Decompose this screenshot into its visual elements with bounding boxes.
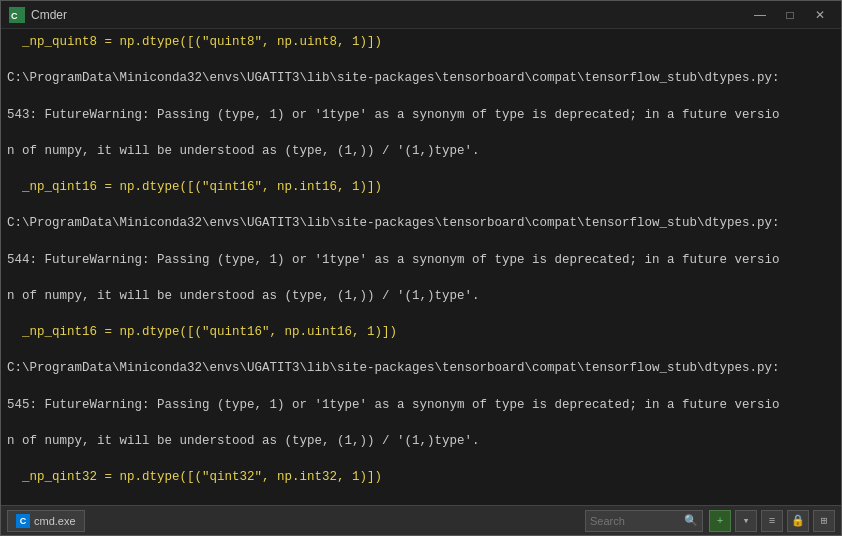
lock-icon: 🔒 xyxy=(787,510,809,532)
bottom-bar: C cmd.exe 🔍 + ▾ ≡ 🔒 ⊞ xyxy=(1,505,841,535)
grid-button[interactable]: ⊞ xyxy=(813,510,835,532)
svg-text:C: C xyxy=(11,11,18,21)
terminal-line: n of numpy, it will be understood as (ty… xyxy=(7,142,835,160)
terminal-line: C:\ProgramData\Miniconda32\envs\UGATIT3\… xyxy=(7,214,835,232)
terminal-line: n of numpy, it will be understood as (ty… xyxy=(7,287,835,305)
terminal-line: _np_qint16 = np.dtype([("qint16", np.int… xyxy=(7,178,835,196)
terminal-line: n of numpy, it will be understood as (ty… xyxy=(7,432,835,450)
window-title: Cmder xyxy=(31,8,67,22)
tab-label: cmd.exe xyxy=(34,515,76,527)
terminal-line: 544: FutureWarning: Passing (type, 1) or… xyxy=(7,251,835,269)
terminal-line: _np_qint32 = np.dtype([("qint32", np.int… xyxy=(7,468,835,486)
terminal-line: 545: FutureWarning: Passing (type, 1) or… xyxy=(7,396,835,414)
minimize-button[interactable]: — xyxy=(747,5,773,25)
terminal-line: C:\ProgramData\Miniconda32\envs\UGATIT3\… xyxy=(7,69,835,87)
app-icon: C xyxy=(9,7,25,23)
add-tab-button[interactable]: + xyxy=(709,510,731,532)
close-button[interactable]: ✕ xyxy=(807,5,833,25)
title-bar-left: C Cmder xyxy=(9,7,67,23)
dropdown-button[interactable]: ▾ xyxy=(735,510,757,532)
terminal-output[interactable]: _np_quint8 = np.dtype([("quint8", np.uin… xyxy=(1,29,841,505)
search-box[interactable]: 🔍 xyxy=(585,510,703,532)
window-controls: — □ ✕ xyxy=(747,5,833,25)
search-icon: 🔍 xyxy=(684,514,698,527)
terminal-line: C:\ProgramData\Miniconda32\envs\UGATIT3\… xyxy=(7,359,835,377)
terminal-line: 543: FutureWarning: Passing (type, 1) or… xyxy=(7,106,835,124)
cmd-icon: C xyxy=(16,514,30,528)
tab-cmd[interactable]: C cmd.exe xyxy=(7,510,85,532)
bottom-icons: + ▾ ≡ 🔒 ⊞ xyxy=(709,510,835,532)
title-bar: C Cmder — □ ✕ xyxy=(1,1,841,29)
terminal-line: _np_quint8 = np.dtype([("quint8", np.uin… xyxy=(7,33,835,51)
settings-button[interactable]: ≡ xyxy=(761,510,783,532)
search-input[interactable] xyxy=(590,515,680,527)
terminal-line: _np_qint16 = np.dtype([("quint16", np.ui… xyxy=(7,323,835,341)
maximize-button[interactable]: □ xyxy=(777,5,803,25)
main-window: C Cmder — □ ✕ _np_quint8 = np.dtype([("q… xyxy=(0,0,842,536)
